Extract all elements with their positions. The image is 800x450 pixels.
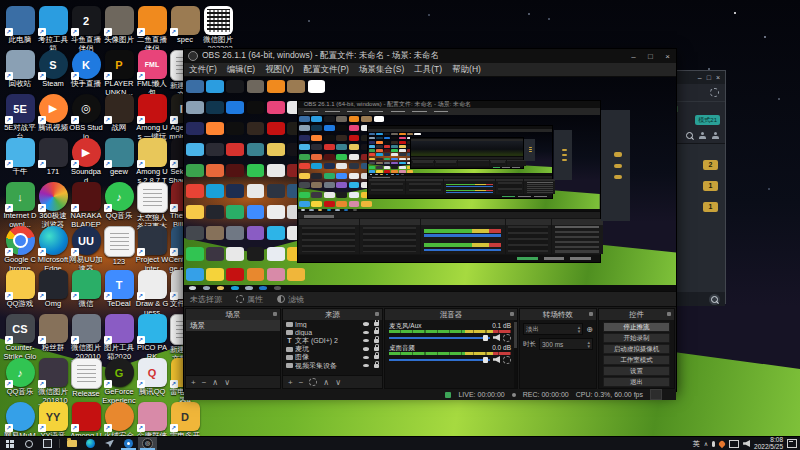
desktop-icon[interactable]: YY↗YY语音 [36, 402, 70, 441]
maximize-button[interactable]: □ [707, 74, 711, 81]
hidden-icons-chevron[interactable]: ∧ [704, 440, 708, 447]
transitions-panel-header[interactable]: 转场特效 [520, 309, 596, 320]
volume-tray-icon[interactable] [743, 440, 750, 447]
desktop-icon[interactable]: 2↗斗鱼直播伴侣 [69, 6, 103, 53]
visibility-eye-icon[interactable] [363, 364, 369, 368]
search-icon[interactable] [686, 132, 693, 139]
desktop-icon[interactable]: ♪↗QQ音乐 [3, 358, 37, 397]
desktop-icon[interactable]: ↗微信 [69, 270, 103, 309]
menu-item[interactable]: 文件(F) [184, 64, 222, 76]
footer-tool-button[interactable]: + [191, 378, 196, 387]
mic-tray-icon[interactable] [712, 441, 715, 447]
desktop-icon[interactable]: Q↗腾讯QQ [135, 358, 169, 397]
edge-button[interactable] [81, 437, 100, 450]
speaker-icon[interactable] [493, 334, 500, 341]
lock-icon[interactable] [374, 364, 379, 368]
minimize-button[interactable]: – [698, 74, 702, 81]
obs-titlebar[interactable]: OBS 26.1.1 (64-bit, windows) - 配置文件: 未命名… [184, 49, 676, 63]
desktop-icon[interactable]: ↗Google Chrome [3, 226, 37, 273]
menu-item[interactable]: 帮助(H) [447, 64, 486, 76]
channel-gear-icon[interactable] [503, 356, 511, 364]
menu-item[interactable]: 编辑(E) [222, 64, 260, 76]
desktop-icon[interactable]: 微信图片_2022023... [201, 6, 235, 53]
ime-language-indicator[interactable]: 英 [693, 439, 700, 449]
menu-item[interactable]: 配置文件(P) [299, 64, 354, 76]
channel-gear-icon[interactable] [503, 334, 511, 342]
lock-icon[interactable] [374, 339, 379, 343]
desktop-icon[interactable]: S↗Steam [36, 50, 70, 89]
desktop-icon[interactable]: ↗PICO PARK [135, 314, 169, 361]
desktop-icon[interactable]: ↗考拉工具箱 [36, 6, 70, 53]
desktop-icon[interactable]: ↗粉丝群 [36, 314, 70, 353]
desktop-icon[interactable]: ↗千牛 [3, 138, 37, 177]
footer-tool-button[interactable]: ∧ [323, 378, 329, 387]
volume-slider[interactable] [389, 337, 490, 339]
desktop-icon[interactable]: ↗360极速浏览器 [36, 182, 70, 229]
desktop-icon[interactable]: ↓↗Internet Downl... [3, 182, 37, 229]
desktop-icon[interactable]: K↗快手直播 [69, 50, 103, 89]
desktop-icon[interactable]: 123 [102, 226, 136, 267]
visibility-eye-icon[interactable] [363, 331, 369, 335]
steam-button[interactable] [119, 437, 138, 450]
minimize-button[interactable]: – [625, 52, 642, 61]
desktop-icon[interactable]: T↗TeDeal [102, 270, 136, 309]
antivirus-tray-icon[interactable] [718, 439, 726, 447]
lock-icon[interactable] [374, 355, 379, 359]
menu-item[interactable]: 工具(T) [409, 64, 447, 76]
visibility-eye-icon[interactable] [363, 356, 369, 360]
footer-tool-button[interactable]: + [288, 378, 293, 387]
desktop-icon[interactable]: ↗Draw & Guess [135, 270, 169, 317]
settings-gear-icon[interactable] [710, 88, 719, 97]
desktop-icon[interactable]: G↗GeForce Experience [102, 358, 136, 405]
mixer-scrollbar[interactable] [514, 320, 517, 388]
notification-center-icon[interactable] [787, 439, 797, 448]
desktop-icon[interactable]: 5E↗5E对战平台 [3, 94, 37, 141]
slider-handle[interactable] [483, 335, 488, 341]
footer-tool-button[interactable]: − [299, 378, 304, 387]
task-view-button[interactable] [38, 437, 57, 450]
control-button[interactable]: 启动虚拟摄像机 [603, 344, 670, 354]
scene-item[interactable]: 场景 [186, 320, 280, 331]
sources-list[interactable]: ImgdiguaT文本 (GDI+) 2麦玩图像视频采集设备 [283, 320, 382, 375]
desktop-icon[interactable]: 太空狼人杀记事本 [135, 182, 169, 231]
desktop-icon[interactable]: ↗微信图片_2018101... [36, 358, 70, 405]
duration-spinbox[interactable]: 300 ms ▴▾ [539, 338, 593, 350]
display-tray-icon[interactable] [729, 440, 739, 448]
desktop-icon[interactable]: CS↗Counter-Strike Global Off... [3, 314, 37, 361]
visibility-eye-icon[interactable] [363, 339, 369, 343]
gear-icon[interactable] [309, 378, 317, 386]
menu-item[interactable]: 视图(V) [260, 64, 298, 76]
control-button[interactable]: 退出 [603, 377, 670, 387]
friend-count-badge[interactable]: 2 [703, 160, 718, 170]
control-button[interactable]: 工作室模式 [603, 355, 670, 365]
desktop-icon[interactable]: Release [69, 358, 103, 399]
desktop-icon[interactable]: ↗微信图片_2020101... [69, 314, 103, 361]
desktop-icon[interactable]: ↗Among Us 一键玩 [135, 94, 169, 141]
desktop-icon[interactable]: ↗此电脑 [3, 6, 37, 45]
desktop-icon[interactable]: ↗战网 [102, 94, 136, 133]
control-button[interactable]: 停止推流 [603, 322, 670, 332]
friend-count-badge[interactable]: 1 [703, 181, 718, 191]
footer-tool-button[interactable]: ∧ [212, 378, 218, 387]
mode-badge[interactable]: 模式21 [695, 115, 720, 125]
obs-taskbar-button[interactable]: ◎ [138, 437, 157, 450]
desktop-icon[interactable]: P↗PLAYERUNKN... [102, 50, 136, 97]
lock-icon[interactable] [374, 330, 379, 334]
desktop-icon[interactable]: ▶↗Soundpad [69, 138, 103, 185]
desktop-icon[interactable]: ↗Project Winter [135, 226, 169, 273]
source-item[interactable]: Img [283, 320, 382, 328]
app-button[interactable] [100, 437, 119, 450]
maximize-button[interactable]: □ [642, 52, 659, 61]
scenes-panel-header[interactable]: 场景 [186, 309, 280, 320]
desktop-icon[interactable]: ↗头像图片 [102, 6, 136, 45]
properties-button[interactable]: 属性 [236, 294, 263, 305]
desktop-icon[interactable]: ▶↗腾讯视频 [36, 94, 70, 133]
search-button[interactable] [19, 437, 38, 450]
controls-panel-header[interactable]: 控件 [599, 309, 674, 320]
sources-panel-header[interactable]: 来源 [283, 309, 382, 320]
control-button[interactable]: 设置 [603, 366, 670, 376]
desktop-icon[interactable]: ↗回收站 [3, 50, 37, 89]
speaker-icon[interactable] [493, 356, 500, 363]
visibility-eye-icon[interactable] [363, 347, 369, 351]
desktop-icon[interactable]: ↗Microsoft Edge [36, 226, 70, 273]
